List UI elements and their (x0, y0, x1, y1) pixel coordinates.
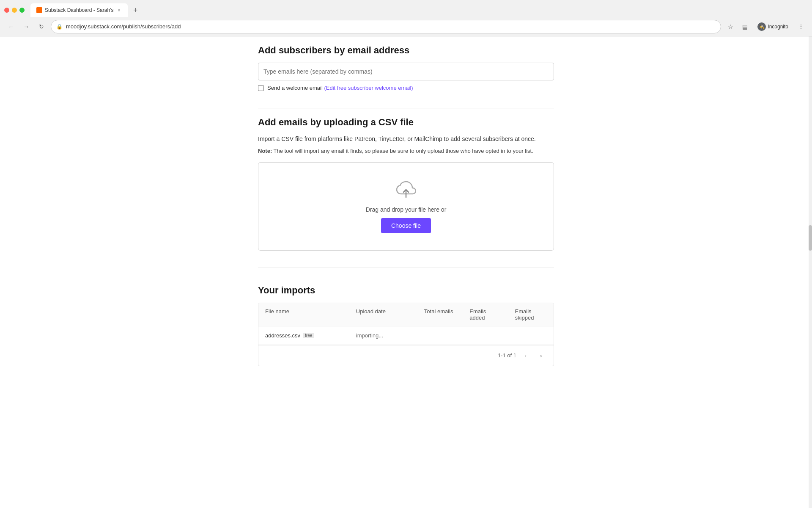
file-name-text: addresses.csv (265, 332, 300, 339)
minimize-window-button[interactable] (12, 8, 17, 13)
email-input[interactable] (258, 63, 554, 80)
browser-toolbar: ← → ↻ 🔒 moodjoy.substack.com/publish/sub… (0, 17, 812, 36)
welcome-email-checkbox[interactable] (258, 85, 264, 91)
address-bar[interactable]: 🔒 moodjoy.substack.com/publish/subscribe… (51, 20, 721, 33)
traffic-lights (4, 8, 25, 13)
table-header: File name Upload date Total emails Email… (258, 303, 554, 326)
section-divider-1 (258, 108, 554, 108)
forward-button[interactable]: → (20, 21, 32, 33)
toolbar-actions: ☆ ▤ 🕵 Incognito ⋮ (724, 21, 807, 33)
cell-file-name: addresses.csv free (258, 326, 349, 345)
email-section: Add subscribers by email address Send a … (258, 45, 554, 91)
header-upload-date: Upload date (349, 303, 417, 326)
edit-welcome-email-link[interactable]: (Edit free subscriber welcome email) (324, 85, 413, 91)
header-total-emails: Total emails (417, 303, 463, 326)
incognito-button[interactable]: 🕵 Incognito (753, 21, 793, 33)
new-tab-button[interactable]: + (129, 4, 141, 16)
csv-description: Import a CSV file from platforms like Pa… (258, 135, 554, 144)
lock-icon: 🔒 (56, 24, 63, 30)
extensions-button[interactable]: ▤ (739, 21, 751, 33)
csv-section-title: Add emails by uploading a CSV file (258, 117, 554, 128)
cell-upload-date: importing... (349, 326, 417, 345)
tab-favicon (36, 7, 42, 13)
pagination-row: 1-1 of 1 ‹ › (258, 345, 554, 366)
tab-title: Substack Dashboard - Sarah's (45, 7, 113, 13)
pagination-text: 1-1 of 1 (498, 352, 516, 359)
drop-zone[interactable]: Drag and drop your file here or Choose f… (258, 162, 554, 251)
reload-button[interactable]: ↻ (36, 21, 47, 33)
main-container: Add subscribers by email address Send a … (258, 36, 554, 508)
table-row: addresses.csv free importing... (258, 326, 554, 345)
scrollbar-track (809, 36, 812, 508)
import-status: importing... (356, 332, 383, 339)
menu-button[interactable]: ⋮ (795, 21, 807, 33)
drop-zone-text: Drag and drop your file here or (366, 206, 447, 213)
incognito-icon: 🕵 (757, 22, 766, 31)
active-tab[interactable]: Substack Dashboard - Sarah's × (30, 3, 128, 17)
welcome-email-row: Send a welcome email (Edit free subscrib… (258, 85, 554, 91)
address-url: moodjoy.substack.com/publish/subscribers… (66, 23, 181, 30)
pagination-prev-button[interactable]: ‹ (520, 350, 532, 362)
tab-close-button[interactable]: × (116, 7, 122, 13)
pagination-next-button[interactable]: › (535, 350, 547, 362)
csv-note: Note: The tool will import any email it … (258, 147, 554, 155)
choose-file-button[interactable]: Choose file (381, 218, 431, 233)
free-badge: free (303, 333, 314, 338)
browser-chrome: Substack Dashboard - Sarah's × + ← → ↻ 🔒… (0, 0, 812, 36)
imports-section: Your imports File name Upload date Total… (258, 285, 554, 366)
imports-section-title: Your imports (258, 285, 554, 296)
header-emails-added: Emails added (463, 303, 508, 326)
page-content: Add subscribers by email address Send a … (0, 36, 812, 508)
section-divider-2 (258, 268, 554, 268)
maximize-window-button[interactable] (19, 8, 25, 13)
scrollbar-thumb[interactable] (809, 225, 812, 251)
note-prefix: Note: (258, 148, 272, 154)
header-file-name: File name (258, 303, 349, 326)
cell-emails-skipped (508, 326, 554, 345)
header-emails-skipped: Emails skipped (508, 303, 554, 326)
back-button[interactable]: ← (5, 21, 17, 33)
browser-tabs: Substack Dashboard - Sarah's × + (0, 0, 812, 17)
email-section-title: Add subscribers by email address (258, 45, 554, 56)
cell-total-emails (417, 326, 463, 345)
page-wrapper: Add subscribers by email address Send a … (0, 36, 812, 508)
note-text: The tool will import any email it finds,… (274, 148, 533, 154)
upload-icon (396, 179, 416, 201)
imports-table: File name Upload date Total emails Email… (258, 303, 554, 366)
csv-section: Add emails by uploading a CSV file Impor… (258, 117, 554, 251)
close-window-button[interactable] (4, 8, 9, 13)
welcome-email-label: Send a welcome email (Edit free subscrib… (267, 85, 413, 91)
bookmark-button[interactable]: ☆ (724, 21, 736, 33)
incognito-label: Incognito (768, 24, 788, 30)
cell-emails-added (463, 326, 508, 345)
